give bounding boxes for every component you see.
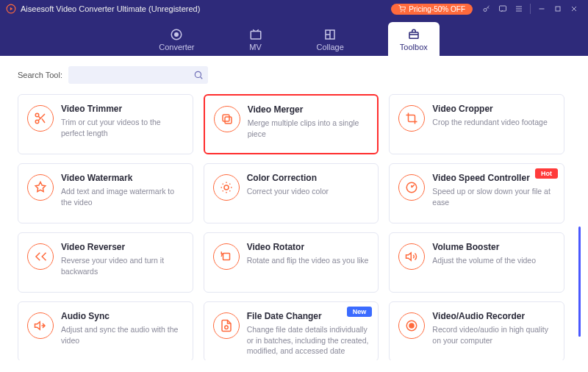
content-area: Search Tool: Video TrimmerTrim or cut yo… <box>0 56 588 372</box>
watermark-icon <box>34 181 47 194</box>
close-button[interactable] <box>566 1 582 17</box>
tool-title: Video Trimmer <box>61 104 184 114</box>
tool-video-reverser[interactable]: Video ReverserReverse your video and tur… <box>18 232 193 293</box>
minimize-button[interactable] <box>534 1 550 17</box>
svg-rect-14 <box>223 115 229 121</box>
hot-badge: Hot <box>535 168 558 179</box>
merge-icon <box>220 112 234 126</box>
tab-converter[interactable]: Converter <box>148 24 204 56</box>
file-date-icon <box>220 319 233 332</box>
tool-video-audio-recorder[interactable]: Video/Audio RecorderRecord video/audio i… <box>389 301 564 360</box>
svg-point-3 <box>484 9 487 12</box>
scissors-icon <box>34 112 47 125</box>
search-label: Search Tool: <box>18 71 62 79</box>
svg-point-12 <box>35 113 39 117</box>
search-icon <box>193 70 204 80</box>
search-box[interactable] <box>68 66 208 84</box>
rewind-icon <box>34 250 47 263</box>
tool-desc: Adjust and sync the audio with the video <box>61 324 184 346</box>
tool-title: Volume Booster <box>432 242 555 252</box>
pricing-button[interactable]: Pricing-50% OFF <box>391 4 473 15</box>
cart-icon <box>398 5 406 12</box>
svg-point-2 <box>404 11 405 12</box>
tool-title: Video Reverser <box>61 242 184 252</box>
sun-icon <box>220 181 233 194</box>
tool-title: Video Merger <box>248 104 369 115</box>
tool-desc: Correct your video color <box>247 186 370 197</box>
maximize-button[interactable] <box>550 1 566 17</box>
tool-title: Audio Sync <box>61 311 184 321</box>
tool-file-date-changer[interactable]: New File Date ChangerChange file date de… <box>204 301 379 360</box>
pricing-label: Pricing-50% OFF <box>409 5 465 13</box>
svg-rect-8 <box>251 32 261 40</box>
tool-desc: Crop the redundant video footage <box>432 117 555 128</box>
tool-volume-booster[interactable]: Volume BoosterAdjust the volume of the v… <box>389 232 564 293</box>
tool-desc: Reverse your video and turn it backwards <box>61 255 184 276</box>
menu-icon[interactable] <box>511 1 527 17</box>
rotate-icon <box>220 250 233 263</box>
new-badge: New <box>347 307 373 317</box>
search-row: Search Tool: <box>18 66 570 84</box>
tool-desc: Trim or cut your videos to the perfect l… <box>61 117 184 138</box>
svg-rect-10 <box>409 32 418 38</box>
tool-title: Video Cropper <box>432 104 555 114</box>
svg-point-16 <box>224 185 229 190</box>
app-title: Aiseesoft Video Converter Ultimate (Unre… <box>21 4 200 13</box>
tool-desc: Adjust the volume of the video <box>432 255 555 266</box>
record-icon <box>405 319 418 332</box>
tool-video-speed[interactable]: Hot Video Speed ControllerSpeed up or sl… <box>389 163 564 223</box>
tab-label: Converter <box>159 43 194 51</box>
gauge-icon <box>405 181 418 194</box>
tool-video-trimmer[interactable]: Video TrimmerTrim or cut your videos to … <box>18 94 193 154</box>
search-input[interactable] <box>73 71 193 79</box>
tab-label: Toolbox <box>400 43 428 51</box>
tool-desc: Speed up or slow down your file at ease <box>432 186 555 207</box>
svg-point-1 <box>401 11 402 12</box>
tab-toolbox[interactable]: Toolbox <box>388 22 440 56</box>
svg-point-7 <box>175 33 179 37</box>
tool-desc: Merge multiple clips into a single piece <box>248 118 369 139</box>
svg-point-19 <box>224 326 228 329</box>
main-nav: Converter MV Collage Toolbox <box>0 18 588 56</box>
tab-label: MV <box>249 43 262 51</box>
volume-icon <box>405 250 418 263</box>
tool-audio-sync[interactable]: Audio SyncAdjust and sync the audio with… <box>18 301 193 360</box>
svg-rect-15 <box>225 117 232 124</box>
tool-video-merger[interactable]: Video MergerMerge multiple clips into a … <box>204 94 379 154</box>
tool-title: Video Watermark <box>61 173 184 183</box>
tool-video-watermark[interactable]: Video WatermarkAdd text and image waterm… <box>18 163 193 223</box>
app-logo-icon <box>6 4 16 14</box>
feedback-icon[interactable] <box>495 1 511 17</box>
tool-title: Video Rotator <box>247 242 370 252</box>
audio-sync-icon <box>34 319 47 332</box>
tools-grid: Video TrimmerTrim or cut your videos to … <box>18 94 570 360</box>
crop-icon <box>405 112 418 125</box>
tool-desc: Rotate and flip the video as you like <box>247 255 370 266</box>
tool-desc: Record video/audio in high quality on yo… <box>432 324 555 346</box>
tool-video-rotator[interactable]: Video RotatorRotate and flip the video a… <box>204 232 379 293</box>
scrollbar[interactable] <box>578 226 581 337</box>
svg-rect-18 <box>223 254 229 260</box>
tool-color-correction[interactable]: Color CorrectionCorrect your video color <box>204 163 379 223</box>
tab-collage[interactable]: Collage <box>306 24 354 56</box>
svg-rect-4 <box>500 6 506 11</box>
tool-title: Video/Audio Recorder <box>432 311 555 321</box>
tool-desc: Add text and image watermark to the vide… <box>61 186 184 207</box>
tab-label: Collage <box>317 43 344 51</box>
svg-point-11 <box>195 71 201 77</box>
tool-desc: Change file date details individually or… <box>247 324 370 357</box>
svg-point-13 <box>35 120 39 124</box>
tab-mv[interactable]: MV <box>239 24 273 56</box>
tool-title: Color Correction <box>247 173 370 183</box>
titlebar: Aiseesoft Video Converter Ultimate (Unre… <box>0 0 588 18</box>
svg-rect-5 <box>556 7 560 11</box>
key-icon[interactable] <box>478 1 495 17</box>
tool-video-cropper[interactable]: Video CropperCrop the redundant video fo… <box>389 94 564 154</box>
svg-point-21 <box>409 323 414 328</box>
